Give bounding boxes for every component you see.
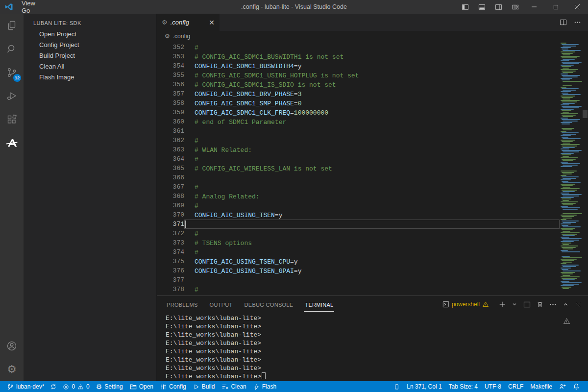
- code-line-364[interactable]: 364#: [157, 154, 560, 164]
- panel-tab-terminal[interactable]: TERMINAL: [304, 297, 334, 312]
- statusbar-open-button[interactable]: Open: [126, 381, 157, 392]
- statusbar-clean-button[interactable]: Clean: [218, 381, 249, 392]
- line-number: 378: [157, 285, 184, 294]
- line-number: 364: [157, 154, 184, 164]
- code-line-362[interactable]: 362#: [157, 136, 560, 145]
- code-line-361[interactable]: 361: [157, 126, 560, 136]
- eol-status[interactable]: CRLF: [505, 381, 527, 392]
- code-line-370[interactable]: 370CONFIG_AIC_USING_TSEN=y: [157, 210, 560, 220]
- scrollbar-slider[interactable]: [583, 110, 588, 118]
- code-line-352[interactable]: 352#: [157, 43, 560, 52]
- customize-layout-icon[interactable]: [507, 0, 523, 14]
- terminal-prompt-line: E:\lite_works\luban-lite>: [166, 364, 588, 372]
- git-branch-icon: [7, 383, 14, 390]
- feedback-status[interactable]: [556, 381, 569, 392]
- minimize-button[interactable]: [523, 0, 545, 14]
- code-line-371[interactable]: 371: [157, 220, 560, 229]
- activity-bar: 12 ⚙: [0, 14, 24, 381]
- line-number: 356: [157, 80, 184, 89]
- terminal-dropdown-icon[interactable]: [512, 301, 517, 307]
- menu-go[interactable]: Go: [17, 7, 52, 14]
- explorer-icon[interactable]: [0, 14, 24, 37]
- sidebar-item-flash-image[interactable]: Flash Image: [24, 72, 156, 83]
- menu-view[interactable]: View: [17, 0, 52, 7]
- tab-config[interactable]: ⚙ .config ✕: [157, 14, 220, 31]
- code-line-359[interactable]: 359CONFIG_AIC_SDMC1_CLK_FREQ=100000000: [157, 108, 560, 117]
- line-number: 374: [157, 247, 184, 257]
- code-line-374[interactable]: 374#: [157, 247, 560, 257]
- toggle-secondary-sidebar-icon[interactable]: [490, 0, 507, 14]
- shell-name[interactable]: powershell: [452, 301, 480, 308]
- search-icon[interactable]: [0, 37, 24, 61]
- code-line-357[interactable]: 357CONFIG_AIC_SDMC1_DRV_PHASE=3: [157, 89, 560, 98]
- sidebar-item-clean-all[interactable]: Clean All: [24, 61, 156, 72]
- kill-terminal-icon[interactable]: [537, 301, 543, 308]
- code-line-373[interactable]: 373# TSENS options: [157, 238, 560, 247]
- run-debug-icon[interactable]: [0, 84, 24, 108]
- code-line-367[interactable]: 367#: [157, 182, 560, 192]
- code-line-366[interactable]: 366: [157, 173, 560, 182]
- notifications-status[interactable]: [569, 381, 583, 392]
- terminal-output[interactable]: E:\lite_works\luban-lite>E:\lite_works\l…: [157, 313, 588, 381]
- statusbar-build-button[interactable]: Build: [190, 381, 219, 392]
- statusbar-flash-button[interactable]: Flash: [250, 381, 280, 392]
- tab-close-icon[interactable]: ✕: [208, 19, 216, 26]
- branch-status[interactable]: luban-dev*: [4, 381, 47, 392]
- code-line-376[interactable]: 376CONFIG_AIC_USING_TSEN_GPAI=y: [157, 266, 560, 275]
- code-line-372[interactable]: 372#: [157, 229, 560, 238]
- cursor-position-status[interactable]: Ln 371, Col 1: [403, 381, 445, 392]
- code-line-354[interactable]: 354CONFIG_AIC_SDMC1_BUSWIDTH4=y: [157, 61, 560, 71]
- minimap[interactable]: [560, 42, 582, 295]
- sidebar-item-build-project[interactable]: Build Project: [24, 50, 156, 61]
- statusbar-setting-button[interactable]: ⚙Setting: [93, 381, 126, 392]
- code-line-368[interactable]: 368# Analog Related:: [157, 192, 560, 201]
- panel-tab-debug-console[interactable]: DEBUG CONSOLE: [244, 297, 294, 312]
- code-line-355[interactable]: 355# CONFIG_AIC_SDMC1_USING_HOTPLUG is n…: [157, 71, 560, 80]
- split-terminal-icon[interactable]: [523, 301, 531, 308]
- code-editor[interactable]: 352#353# CONFIG_AIC_SDMC1_BUSWIDTH1 is n…: [157, 42, 588, 295]
- editor-scrollbar[interactable]: [582, 42, 588, 295]
- sync-status[interactable]: [47, 381, 60, 392]
- vscode-window: FileEditSelectionViewGoRunTerminalHelp .…: [0, 0, 588, 392]
- sidebar-item-config-project[interactable]: Config Project: [24, 40, 156, 50]
- code-line-365[interactable]: 365# CONFIG_AIC_WIRELESS_LAN is not set: [157, 164, 560, 173]
- maximize-button[interactable]: [545, 0, 566, 14]
- port-status[interactable]: [390, 381, 403, 392]
- indentation-status[interactable]: Tab Size: 4: [445, 381, 481, 392]
- code-line-356[interactable]: 356# CONFIG_AIC_SDMC1_IS_SDIO is not set: [157, 80, 560, 89]
- editor-more-actions-icon[interactable]: [574, 19, 581, 26]
- close-panel-icon[interactable]: [575, 301, 581, 308]
- code-line-353[interactable]: 353# CONFIG_AIC_SDMC1_BUSWIDTH1 is not s…: [157, 52, 560, 61]
- panel-more-actions-icon[interactable]: [549, 301, 557, 308]
- code-line-375[interactable]: 375CONFIG_AIC_USING_TSEN_CPU=y: [157, 257, 560, 266]
- panel-tab-problems[interactable]: PROBLEMS: [166, 297, 199, 312]
- line-number: 358: [157, 98, 184, 108]
- maximize-panel-icon[interactable]: [563, 301, 569, 308]
- panel-tab-output[interactable]: OUTPUT: [209, 297, 234, 312]
- code-line-378[interactable]: 378#: [157, 285, 560, 294]
- split-editor-icon[interactable]: [560, 19, 567, 26]
- new-terminal-icon[interactable]: [499, 301, 506, 308]
- luban-sdk-plugin-icon[interactable]: [0, 131, 24, 155]
- terminal-prompt-line: E:\lite_works\luban-lite>: [166, 347, 588, 356]
- language-mode-status[interactable]: Makefile: [527, 381, 556, 392]
- toggle-panel-icon[interactable]: [473, 0, 490, 14]
- close-window-button[interactable]: [566, 0, 588, 14]
- problems-status[interactable]: 0 0: [60, 381, 92, 392]
- code-line-358[interactable]: 358CONFIG_AIC_SDMC1_SMP_PHASE=0: [157, 98, 560, 108]
- line-number: 371: [157, 220, 184, 229]
- account-icon[interactable]: [0, 334, 24, 358]
- statusbar-config-button[interactable]: Config: [157, 381, 190, 392]
- code-line-363[interactable]: 363# WLAN Related:: [157, 145, 560, 154]
- encoding-status[interactable]: UTF-8: [481, 381, 505, 392]
- line-number: 369: [157, 201, 184, 210]
- source-control-icon[interactable]: 12: [0, 61, 24, 84]
- extensions-icon[interactable]: [0, 108, 24, 131]
- code-line-377[interactable]: 377: [157, 275, 560, 285]
- toggle-sidebar-icon[interactable]: [457, 0, 473, 14]
- manage-gear-icon[interactable]: ⚙: [0, 358, 24, 381]
- breadcrumb[interactable]: ⚙ .config: [157, 31, 588, 42]
- sidebar-item-open-project[interactable]: Open Project: [24, 29, 156, 40]
- code-line-369[interactable]: 369#: [157, 201, 560, 210]
- code-line-360[interactable]: 360# end of SDMC1 Parameter: [157, 117, 560, 126]
